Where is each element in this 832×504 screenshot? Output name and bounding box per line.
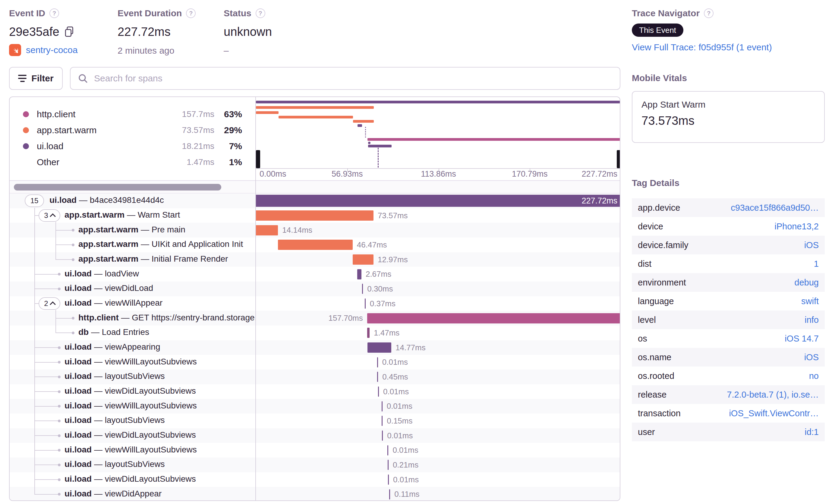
help-icon[interactable]: ? <box>704 8 713 18</box>
tag-value-link[interactable]: 7.2.0-beta.7 (1), io.se… <box>727 390 819 400</box>
project-link[interactable]: sentry-cocoa <box>26 45 78 55</box>
span-bar[interactable] <box>388 474 389 485</box>
span-bar[interactable] <box>377 357 378 367</box>
tag-value-link[interactable]: swift <box>801 296 819 306</box>
span-bar-cell: 73.57ms <box>255 208 620 223</box>
tree-connector-dot <box>58 346 60 349</box>
span-row[interactable]: ui.load — viewAppearing14.77ms <box>10 340 620 355</box>
tag-value-link[interactable]: no <box>809 371 819 381</box>
tree-connector <box>34 347 59 348</box>
span-tree-cell: ui.load — layoutSubViews <box>10 414 255 428</box>
span-toggle-pill[interactable]: 2 <box>38 297 60 310</box>
span-row[interactable]: ui.load — viewWillLayoutSubviews0.01ms <box>10 355 620 370</box>
span-tree-cell: http.client — GET https://sentry-brand.s… <box>10 311 255 325</box>
tag-value-link[interactable]: c93ace15f866a9d50… <box>731 203 819 213</box>
horizontal-scrollbar-thumb[interactable] <box>14 184 221 190</box>
help-icon[interactable]: ? <box>256 8 265 18</box>
tag-row: levelinfo <box>632 311 825 329</box>
tag-value-link[interactable]: 1 <box>814 259 819 269</box>
span-detail-view: Event ID ? 29e35afe sentry-cocoa Event D… <box>0 0 832 504</box>
span-toggle-pill[interactable]: 3 <box>38 209 60 222</box>
span-row[interactable]: ui.load — viewDidAppear0.11ms <box>10 487 620 501</box>
span-bar-cell: 12.97ms <box>255 252 620 267</box>
span-bar[interactable] <box>378 387 379 397</box>
span-row[interactable]: ui.load — viewDidLayoutSubviews0.01ms <box>10 384 620 399</box>
help-icon[interactable]: ? <box>49 8 59 18</box>
tag-value-link[interactable]: iOS <box>804 352 819 362</box>
span-row[interactable]: ui.load — viewDidLoad0.30ms <box>10 282 620 296</box>
span-bar[interactable] <box>365 298 366 309</box>
span-row[interactable]: 2ui.load — viewWillAppear0.37ms <box>10 296 620 311</box>
span-bar[interactable] <box>382 416 383 426</box>
span-search-box <box>70 67 620 90</box>
span-title: ui.load — viewDidLoad <box>64 283 153 293</box>
span-row[interactable]: app.start.warm — Pre main14.14ms <box>10 223 620 238</box>
tag-value-link[interactable]: iOS_Swift.ViewContr… <box>729 408 819 418</box>
this-event-badge[interactable]: This Event <box>632 24 683 37</box>
view-full-trace-link[interactable]: View Full Trace: f05d955f (1 event) <box>632 42 772 52</box>
span-row[interactable]: ui.load — layoutSubViews0.21ms <box>10 457 620 472</box>
span-bar[interactable] <box>389 489 390 500</box>
minimap-right-handle[interactable] <box>617 150 620 168</box>
span-bar-cell: 0.01ms <box>255 355 620 370</box>
legend-item[interactable]: http.client157.7ms63% <box>10 106 255 122</box>
span-duration-label: 14.14ms <box>282 223 312 238</box>
tag-row: release7.2.0-beta.7 (1), io.se… <box>632 385 825 404</box>
span-row[interactable]: ui.load — viewDidLayoutSubviews0.01ms <box>10 428 620 443</box>
span-bar[interactable] <box>255 195 620 207</box>
span-bar[interactable] <box>382 401 383 412</box>
span-bar[interactable] <box>388 460 389 470</box>
span-row[interactable]: ui.load — viewDidLayoutSubviews0.01ms <box>10 472 620 487</box>
minimap-left-handle[interactable] <box>256 150 260 168</box>
filter-button[interactable]: Filter <box>9 67 63 90</box>
span-row[interactable]: app.start.warm — Initial Frame Render12.… <box>10 252 620 267</box>
span-bar[interactable] <box>382 430 383 441</box>
span-row[interactable]: http.client — GET https://sentry-brand.s… <box>10 311 620 325</box>
span-bar[interactable] <box>353 255 373 265</box>
help-icon[interactable]: ? <box>186 8 196 18</box>
span-bar[interactable] <box>357 269 361 280</box>
tag-value-link[interactable]: debug <box>794 277 819 288</box>
tag-value-link[interactable]: iOS <box>804 240 819 250</box>
span-toggle-pill[interactable]: 15 <box>25 194 44 207</box>
span-row[interactable]: ui.load — layoutSubViews0.45ms <box>10 370 620 384</box>
span-row[interactable]: ui.load — viewWillLayoutSubviews0.01ms <box>10 443 620 457</box>
legend-item[interactable]: app.start.warm73.57ms29% <box>10 122 255 138</box>
span-bar[interactable] <box>255 225 278 235</box>
legend-item[interactable]: Other1.47ms1% <box>10 154 255 170</box>
minimap-span <box>256 111 279 114</box>
tag-value-link[interactable]: iOS 14.7 <box>785 334 819 344</box>
tag-row: os.rootedno <box>632 367 825 385</box>
span-bar[interactable] <box>255 210 373 221</box>
span-row[interactable]: ui.load — layoutSubViews0.15ms <box>10 414 620 428</box>
trace-minimap[interactable] <box>256 97 620 168</box>
span-row[interactable]: ui.load — loadView2.67ms <box>10 267 620 282</box>
search-input[interactable] <box>94 73 613 84</box>
span-bar[interactable] <box>387 445 388 455</box>
tree-connector <box>34 362 59 363</box>
span-bar-cell: 0.01ms <box>255 472 620 487</box>
span-row[interactable]: db — Load Entries1.47ms <box>10 325 620 340</box>
span-bar[interactable] <box>362 284 363 294</box>
tree-connector-dot <box>72 317 75 320</box>
span-bar[interactable] <box>367 342 391 353</box>
span-row[interactable]: 15ui.load — b4ace34981e44d4c227.72ms <box>10 193 620 208</box>
span-bar[interactable] <box>367 328 370 338</box>
tag-row: os.nameiOS <box>632 348 825 367</box>
copy-icon[interactable] <box>64 26 75 37</box>
span-bar[interactable] <box>377 372 378 382</box>
legend-item[interactable]: ui.load18.21ms7% <box>10 138 255 154</box>
tag-value-link[interactable]: iPhone13,2 <box>774 221 819 232</box>
horizontal-scrollbar-track[interactable] <box>10 181 620 193</box>
span-bar[interactable] <box>367 313 620 323</box>
span-row[interactable]: app.start.warm — UIKit and Application I… <box>10 238 620 252</box>
span-bar[interactable] <box>278 240 353 250</box>
tag-value-link[interactable]: info <box>805 315 819 325</box>
span-bar-cell: 0.37ms <box>255 296 620 311</box>
span-row[interactable]: 3app.start.warm — Warm Start73.57ms <box>10 208 620 223</box>
tree-connector-dot <box>72 331 75 334</box>
tag-key: user <box>638 427 805 437</box>
minimap-span <box>367 138 620 141</box>
span-row[interactable]: ui.load — viewWillLayoutSubviews0.01ms <box>10 399 620 414</box>
tag-value-link[interactable]: id:1 <box>805 427 819 437</box>
